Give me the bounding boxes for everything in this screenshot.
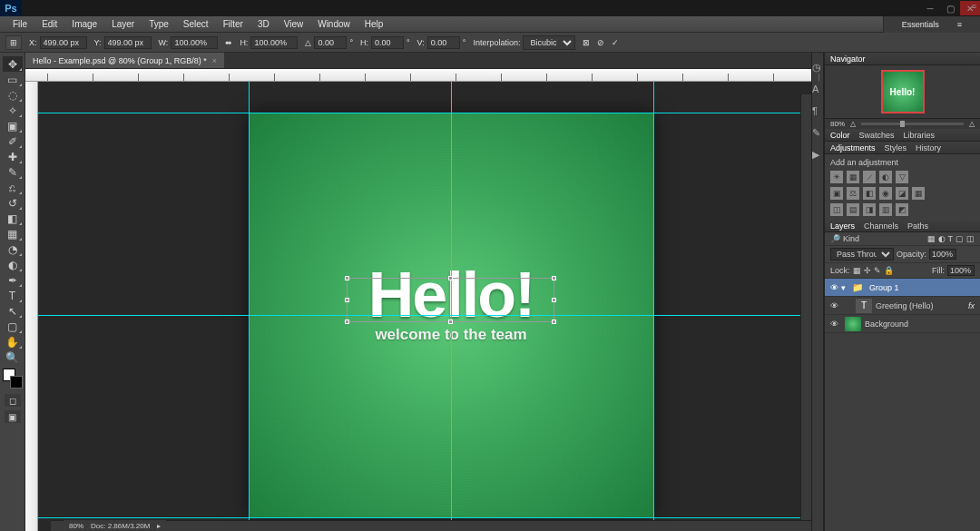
eraser-tool[interactable]: ◧ — [3, 211, 23, 226]
fx-badge[interactable]: fx — [968, 301, 978, 310]
x-input[interactable] — [40, 36, 87, 49]
visibility-icon[interactable]: 👁 — [827, 320, 841, 329]
tab-close-icon[interactable]: × — [212, 56, 217, 65]
adj-balance-icon[interactable]: ⚖ — [847, 187, 859, 200]
link-icon[interactable]: ⬌ — [225, 38, 232, 47]
skew-v-input[interactable] — [427, 36, 460, 49]
history-tab[interactable]: History — [916, 143, 941, 152]
brush-preset-icon[interactable]: ✎ — [812, 127, 823, 138]
guide-horizontal[interactable] — [38, 315, 811, 316]
character-icon[interactable]: A — [812, 84, 823, 94]
layer-row[interactable]: 👁 Background — [825, 315, 980, 333]
menu-file[interactable]: File — [5, 17, 34, 31]
maximize-button[interactable]: ▢ — [940, 1, 960, 15]
zoom-tool[interactable]: 🔍 — [3, 349, 23, 365]
blur-tool[interactable]: ◔ — [3, 241, 23, 257]
gradient-tool[interactable]: ▦ — [3, 226, 23, 241]
menu-edit[interactable]: Edit — [34, 17, 64, 31]
libraries-tab[interactable]: Libraries — [904, 131, 936, 140]
expand-icon[interactable]: ▾ — [841, 283, 846, 292]
eyedropper-tool[interactable]: ✐ — [3, 133, 23, 149]
document-tab[interactable]: Hello - Example.psd @ 80% (Group 1, RGB/… — [25, 53, 224, 68]
guide-vertical[interactable] — [653, 82, 654, 531]
transform-ref-icon[interactable]: ⊞ — [5, 35, 22, 50]
filter-adj-icon[interactable]: ◐ — [938, 234, 946, 243]
adj-photo-icon[interactable]: ◉ — [879, 187, 892, 200]
adj-hue-icon[interactable]: ▣ — [830, 187, 843, 200]
nav-zoom-value[interactable]: 80% — [830, 120, 845, 128]
marquee-tool[interactable]: ▭ — [3, 72, 23, 87]
visibility-icon[interactable]: 👁 — [827, 301, 841, 310]
paragraph-icon[interactable]: ¶ — [812, 105, 823, 116]
filter-shape-icon[interactable]: ▢ — [956, 234, 964, 243]
zoom-level[interactable]: 80% — [69, 522, 83, 530]
pen-tool[interactable]: ✒ — [3, 272, 23, 288]
w-input[interactable] — [171, 36, 218, 49]
adj-vibrance-icon[interactable]: ▽ — [896, 171, 908, 183]
adj-poster-icon[interactable]: ▤ — [847, 203, 859, 216]
zoom-slider[interactable] — [861, 123, 964, 125]
history-icon[interactable]: ◷ — [812, 62, 823, 73]
filter-smart-icon[interactable]: ◫ — [966, 234, 975, 243]
layers-tab[interactable]: Layers — [830, 221, 855, 231]
navigator-thumb[interactable]: Hello! — [881, 70, 925, 113]
adj-exposure-icon[interactable]: ◐ — [879, 171, 892, 183]
fill-input[interactable] — [947, 265, 975, 276]
screenmode-toggle[interactable]: ▣ — [5, 410, 21, 423]
layer-row[interactable]: 👁 ▾ 📁 Group 1 — [825, 279, 980, 297]
adj-gradient-icon[interactable]: ▥ — [879, 203, 892, 216]
layer-row[interactable]: 👁 T Greeting (Hello) fx — [825, 297, 980, 315]
zoom-in-icon[interactable]: △ — [969, 120, 975, 128]
color-tab[interactable]: Color — [830, 131, 850, 140]
adj-lookup-icon[interactable]: ▦ — [912, 187, 925, 200]
ruler-horizontal[interactable] — [25, 69, 811, 82]
menu-filter[interactable]: Filter — [216, 17, 250, 31]
filter-pixel-icon[interactable]: ▦ — [927, 234, 936, 243]
close-button[interactable]: ✕ — [960, 1, 980, 15]
h-input[interactable] — [250, 36, 298, 49]
adj-mixer-icon[interactable]: ◪ — [896, 187, 908, 200]
scrollbar-horizontal[interactable]: 80% Doc: 2.86M/3.20M ▸ — [51, 520, 811, 531]
adj-bw-icon[interactable]: ◧ — [863, 187, 876, 200]
menu-3d[interactable]: 3D — [250, 17, 277, 31]
paths-tab[interactable]: Paths — [907, 221, 928, 231]
styles-tab[interactable]: Styles — [885, 143, 907, 152]
skew-h-input[interactable] — [371, 36, 404, 49]
brush-tool[interactable]: ✎ — [3, 164, 23, 180]
adj-threshold-icon[interactable]: ◨ — [863, 203, 876, 216]
crop-tool[interactable]: ▣ — [3, 118, 23, 133]
type-tool[interactable]: T — [3, 288, 23, 303]
scrollbar-vertical[interactable] — [800, 94, 811, 520]
zoom-out-icon[interactable]: △ — [850, 120, 856, 128]
lock-lock-icon[interactable]: 🔒 — [884, 266, 894, 275]
menu-type[interactable]: Type — [142, 17, 176, 31]
lasso-tool[interactable]: ◌ — [3, 87, 23, 103]
canvas-viewport[interactable]: Hello! welcome to the team — [38, 82, 811, 531]
lock-pos-icon[interactable]: ✢ — [864, 266, 871, 275]
status-arrow-icon[interactable]: ▸ — [157, 522, 161, 530]
panel-menu-icon[interactable]: ≡ — [972, 2, 976, 11]
minimize-button[interactable]: ─ — [920, 1, 940, 15]
workspace-selector[interactable]: Essentials≡ — [883, 16, 980, 33]
quickmask-toggle[interactable]: ◻ — [5, 394, 21, 407]
adj-brightness-icon[interactable]: ☀ — [830, 171, 843, 183]
commit-transform-icon[interactable]: ✓ — [612, 38, 619, 47]
swatches-tab[interactable]: Swatches — [859, 131, 895, 140]
color-swatch[interactable] — [3, 369, 23, 388]
guide-vertical[interactable] — [249, 82, 250, 531]
hand-tool[interactable]: ✋ — [3, 334, 23, 349]
menu-view[interactable]: View — [277, 17, 311, 31]
stamp-tool[interactable]: ⎌ — [3, 180, 23, 195]
menu-layer[interactable]: Layer — [104, 17, 142, 31]
dodge-tool[interactable]: ◐ — [3, 257, 23, 272]
shape-tool[interactable]: ▢ — [3, 319, 23, 334]
guide-horizontal[interactable] — [38, 517, 811, 518]
filter-type-icon[interactable]: T — [948, 234, 954, 243]
filter-icon[interactable]: 🔎 — [830, 234, 840, 243]
angle-input[interactable] — [314, 36, 347, 49]
opacity-input[interactable] — [929, 249, 956, 260]
history-brush-tool[interactable]: ↺ — [3, 195, 23, 211]
layer-name[interactable]: Background — [865, 320, 908, 329]
interp-select[interactable]: Bicubic — [523, 35, 575, 50]
guide-horizontal[interactable] — [38, 113, 811, 113]
